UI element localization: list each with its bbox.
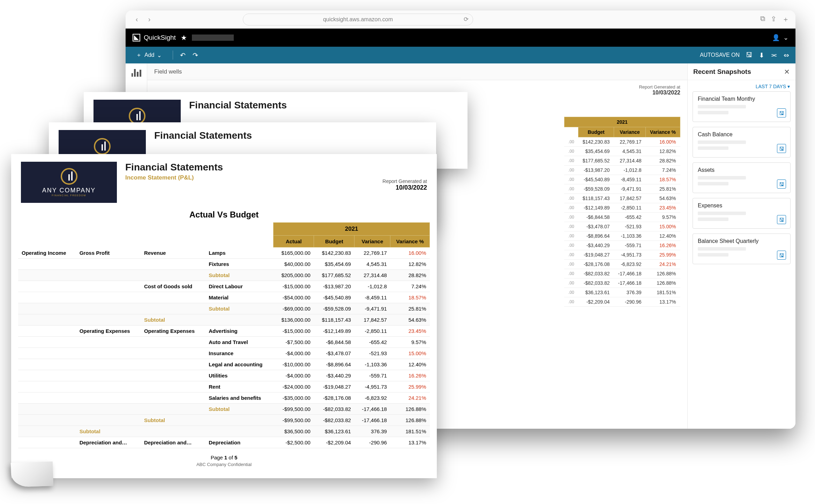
label-cell bbox=[18, 314, 76, 326]
value-cell: -2,850.11 bbox=[354, 326, 390, 337]
reload-icon[interactable]: ⟳ bbox=[464, 16, 469, 23]
label-cell: Depreciation and… bbox=[76, 437, 141, 448]
label-cell bbox=[76, 292, 141, 303]
label-cell bbox=[141, 292, 205, 303]
snapshot-open-icon[interactable]: 🖫 bbox=[777, 251, 786, 260]
share-icon[interactable]: ⇪ bbox=[771, 15, 777, 24]
field-wells-bar[interactable]: Field wells bbox=[147, 63, 687, 80]
value-cell: 28.82% bbox=[390, 270, 430, 281]
label-cell: Subtotal bbox=[76, 426, 141, 437]
value-cell: -1,012.8 bbox=[354, 281, 390, 292]
undo-icon[interactable]: ↶ bbox=[180, 51, 186, 59]
label-cell bbox=[18, 303, 76, 314]
label-cell bbox=[141, 404, 205, 415]
label-cell: Material bbox=[205, 292, 274, 303]
snapshot-open-icon[interactable]: 🖫 bbox=[777, 108, 786, 117]
filter-label: LAST 7 DAYS bbox=[756, 84, 786, 89]
label-cell: Cost of Goods sold bbox=[141, 281, 205, 292]
add-button[interactable]: ＋ Add ⌄ bbox=[132, 50, 166, 61]
label-cell bbox=[18, 292, 76, 303]
value-cell: -$59,528.09 bbox=[314, 303, 354, 314]
forward-button[interactable]: › bbox=[144, 15, 154, 24]
download-icon[interactable]: ⬇ bbox=[759, 51, 764, 59]
bar-chart-icon[interactable] bbox=[132, 68, 141, 77]
value-cell: -$35,000.00 bbox=[274, 392, 314, 404]
label-cell: Depreciation and… bbox=[141, 437, 205, 448]
copy-icon[interactable]: ⧉ bbox=[760, 15, 765, 24]
doc-title: Financial Statements bbox=[125, 162, 223, 173]
label-cell: Insurance bbox=[205, 348, 274, 359]
snapshot-card[interactable]: Balance Sheet Quarterly 🖫 bbox=[693, 234, 791, 264]
redo-icon[interactable]: ↷ bbox=[193, 51, 198, 59]
label-cell bbox=[18, 348, 76, 359]
value-cell: $136,000.00 bbox=[274, 314, 314, 326]
report-fragment: Report Generated at 10/03/2022 2021 Budg… bbox=[564, 84, 680, 307]
label-cell: Rent bbox=[205, 381, 274, 392]
value-cell: $177,685.52 bbox=[314, 270, 354, 281]
label-cell: Gross Profit bbox=[76, 247, 141, 259]
value-cell: -9,471.91 bbox=[354, 303, 390, 314]
pl-table: 2021 ActualBudgetVarianceVariance % Oper… bbox=[18, 222, 430, 448]
label-cell: Advertising bbox=[205, 326, 274, 337]
col-header: Budget bbox=[314, 236, 354, 247]
label-cell bbox=[18, 404, 76, 415]
app-name: QuickSight bbox=[144, 34, 176, 41]
new-tab-icon[interactable]: ＋ bbox=[782, 15, 789, 24]
value-cell: $165,000.00 bbox=[274, 247, 314, 259]
snapshot-open-icon[interactable]: 🖫 bbox=[777, 144, 786, 153]
label-cell bbox=[18, 381, 76, 392]
label-cell bbox=[76, 359, 141, 370]
chevron-down-icon: ⌄ bbox=[157, 52, 162, 59]
label-cell: Lamps bbox=[205, 247, 274, 259]
chevron-down-icon[interactable]: ⌄ bbox=[783, 34, 788, 41]
company-tag: FINANCIAL FREEDOM bbox=[52, 194, 86, 197]
value-cell: 126.88% bbox=[390, 415, 430, 426]
favorite-icon[interactable]: ★ bbox=[181, 33, 187, 42]
value-cell: -$15,000.00 bbox=[274, 281, 314, 292]
value-cell: -1,103.36 bbox=[354, 359, 390, 370]
chevron-down-icon: ▾ bbox=[787, 84, 790, 89]
label-cell bbox=[18, 259, 76, 270]
snapshot-card[interactable]: Cash Balance 🖫 bbox=[693, 127, 791, 158]
snapshot-open-icon[interactable]: 🖫 bbox=[777, 180, 786, 189]
value-cell: 25.99% bbox=[390, 381, 430, 392]
back-button[interactable]: ‹ bbox=[132, 15, 142, 24]
company-name: ANY COMPANY bbox=[42, 187, 96, 194]
section-title: Actual Vs Budget bbox=[11, 210, 437, 220]
value-cell: -$12,149.89 bbox=[314, 326, 354, 337]
pager: Page 1 of 5 bbox=[11, 455, 437, 460]
value-cell: 126.88% bbox=[390, 404, 430, 415]
value-cell: -559.71 bbox=[354, 370, 390, 381]
value-cell: -4,951.73 bbox=[354, 381, 390, 392]
label-cell: Subtotal bbox=[205, 303, 274, 314]
snapshot-card[interactable]: Assets 🖫 bbox=[693, 162, 791, 193]
label-cell: Utilities bbox=[205, 370, 274, 381]
expand-icon[interactable]: ⇔ bbox=[784, 51, 789, 59]
snapshot-open-icon[interactable]: 🖫 bbox=[777, 215, 786, 224]
user-icon[interactable]: 👤 bbox=[772, 34, 780, 41]
panel-filter[interactable]: LAST 7 DAYS ▾ bbox=[688, 80, 795, 91]
value-cell: -6,823.92 bbox=[354, 392, 390, 404]
value-cell: 181.51% bbox=[390, 426, 430, 437]
label-cell bbox=[76, 415, 141, 426]
value-cell: 12.82% bbox=[390, 259, 430, 270]
label-cell bbox=[76, 370, 141, 381]
label-cell bbox=[18, 326, 76, 337]
snapshot-card[interactable]: Financial Team Monthy 🖫 bbox=[693, 91, 791, 122]
share-icon[interactable]: ⫘ bbox=[771, 51, 777, 59]
close-icon[interactable]: ✕ bbox=[784, 68, 790, 76]
company-logo: ANY COMPANY FINANCIAL FREEDOM bbox=[21, 162, 117, 203]
url-bar[interactable]: quicksight.aws.amazon.com ⟳ bbox=[243, 14, 473, 25]
save-icon[interactable]: 🖫 bbox=[746, 51, 753, 59]
label-cell bbox=[18, 270, 76, 281]
snapshot-card[interactable]: Expenses 🖫 bbox=[693, 198, 791, 229]
value-cell: -$8,896.64 bbox=[314, 359, 354, 370]
generated-label: Report Generated at bbox=[382, 178, 427, 184]
snapshot-title: Assets bbox=[698, 167, 785, 173]
label-cell: Revenue bbox=[141, 247, 205, 259]
value-cell: 12.40% bbox=[390, 359, 430, 370]
value-cell: 17,842.57 bbox=[354, 314, 390, 326]
label-cell bbox=[141, 370, 205, 381]
value-cell: 7.24% bbox=[390, 281, 430, 292]
col-header: Variance % bbox=[390, 236, 430, 247]
